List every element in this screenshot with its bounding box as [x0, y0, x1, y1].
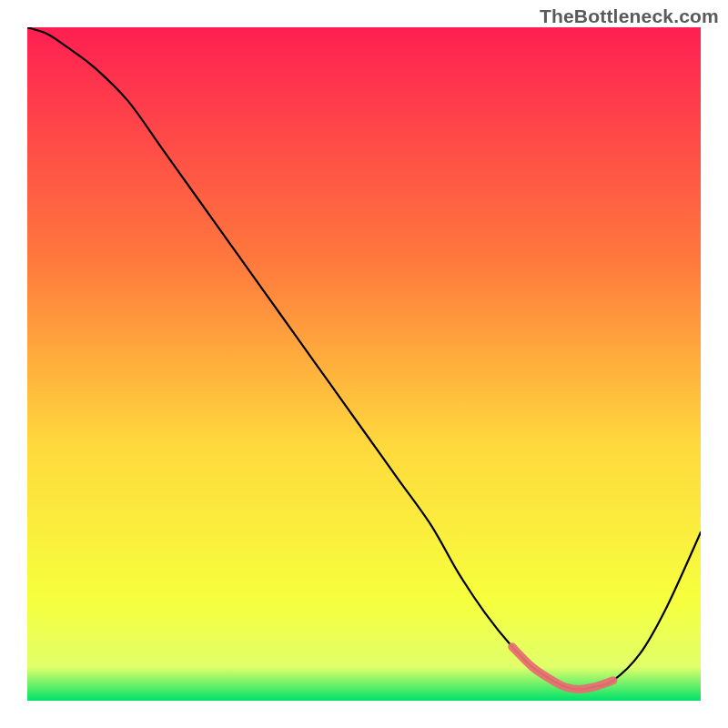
plot-area	[27, 27, 701, 701]
chart-container: TheBottleneck.com	[0, 0, 728, 728]
gradient-background	[27, 27, 701, 701]
watermark-text: TheBottleneck.com	[540, 5, 719, 27]
plot-svg	[27, 27, 701, 701]
